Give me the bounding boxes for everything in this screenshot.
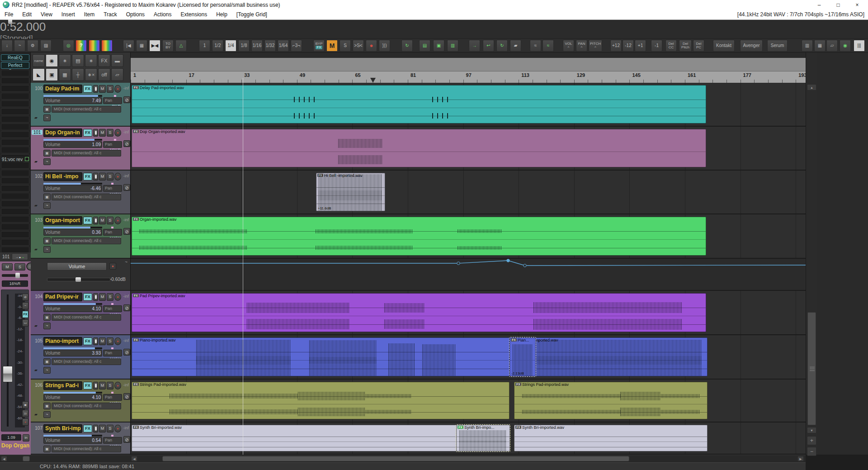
item-fx-badge[interactable]: FX (133, 294, 139, 297)
mixer-pan-handle[interactable] (15, 273, 20, 278)
track-phase-button[interactable]: ⊘ (123, 184, 130, 191)
grid-icon[interactable]: ▦ (136, 40, 147, 52)
tcp-toolbar-icon-1-1[interactable]: ▣ (46, 68, 58, 81)
track-panel-105[interactable]: 105Piano-importFXMS●-infVolume3.93Pancen… (31, 335, 130, 380)
item-fx-badge[interactable]: FX (133, 383, 139, 386)
track-phase-button[interactable]: ⊘ (123, 349, 130, 356)
media-item[interactable]: FXPad Pripev-imported.wav (132, 293, 706, 332)
track-volume-box[interactable]: Volume0.36 (43, 229, 102, 236)
horizontal-scrollbar[interactable]: ◀◀▶ (0, 455, 806, 462)
track-name-box[interactable]: Organ-import (43, 216, 82, 225)
mixer-bottom-button-2[interactable]: ● (22, 418, 28, 426)
track-record-arm-button[interactable]: ● (114, 337, 121, 345)
del-cc-button[interactable]: DelCC (665, 40, 677, 52)
sidebar-fx-slot-perfect-space[interactable]: Perfect Space (1, 62, 29, 69)
tcp-scroll-handle[interactable] (23, 456, 30, 461)
track-input-box[interactable]: MIDI (not connected): All c (52, 106, 121, 113)
mixer-width-knob[interactable] (26, 262, 31, 271)
track-input-monitor-button[interactable] (93, 382, 98, 389)
color-arrows-icon[interactable] (101, 40, 113, 52)
envelope-lane[interactable] (131, 259, 806, 291)
item-pencil-icon[interactable]: ▰ (510, 40, 521, 52)
sidebar-empty-slot[interactable] (1, 147, 29, 153)
track-render-icon[interactable]: ▥ (447, 40, 458, 52)
pitch-down-1-button[interactable]: -1 (651, 40, 662, 52)
media-item[interactable]: FXDop Organ-imported.wav (132, 129, 706, 167)
mixer-side-button-0[interactable]: ⊘ (22, 294, 28, 301)
track-phase-button[interactable]: ⊘ (123, 393, 130, 400)
track-input-box[interactable]: MIDI (not connected): All c (52, 446, 121, 452)
track-name-box[interactable]: Piano-import (43, 337, 82, 346)
item-loop-icon[interactable]: ↻ (496, 40, 508, 52)
item-fx-badge[interactable]: FX (133, 338, 139, 342)
track-panel-104[interactable]: 104Pad Pripev-irFXMS●-infVolume4.10Pance… (31, 291, 130, 335)
item-fx-badge[interactable]: FX (133, 86, 139, 89)
del-pc-button[interactable]: DelPC (693, 40, 704, 52)
track-record-arm-button[interactable]: ● (114, 382, 121, 389)
menu-view[interactable]: View (36, 10, 57, 19)
track-phase-button[interactable]: ⊘ (123, 140, 130, 147)
tcp-toolbar-icon-1-3[interactable]: ┼ (72, 68, 84, 81)
metronome-icon[interactable]: △ (175, 40, 187, 52)
ruler-measure-band[interactable]: 1173349658197113129145161177193 (131, 71, 806, 83)
mixer-solo-button[interactable]: S (14, 263, 25, 271)
track-phase-button[interactable]: ⊘ (123, 304, 130, 311)
track-pan-box[interactable]: Pancenter (103, 394, 122, 401)
sidebar-empty-slot[interactable] (1, 108, 29, 115)
wrench-icon[interactable]: ⚙ (27, 40, 38, 52)
track-fx-button[interactable]: FX (83, 129, 92, 137)
center-view-icon[interactable]: ▶◀ (149, 40, 160, 52)
kontakt-button[interactable]: Kontakt (713, 40, 735, 52)
sidebar-empty-slot[interactable] (1, 85, 29, 92)
scroll-down-button[interactable]: ▼ (807, 427, 816, 433)
item-fx-badge[interactable]: FX (515, 426, 521, 429)
solo-in-place-button[interactable]: >S< (353, 40, 364, 52)
sidebar-empty-slot[interactable] (1, 139, 29, 146)
track-phase-button[interactable]: ⊘ (123, 228, 130, 235)
track-mute-button[interactable]: M (99, 85, 106, 93)
track-copy-icon[interactable]: ▣ (433, 40, 444, 52)
sidebar-fx-slot-reaeq[interactable]: ReaEQ (1, 54, 29, 61)
track-solo-button[interactable]: S (107, 217, 113, 224)
track-fx-button[interactable]: FX (83, 293, 92, 301)
menu-help[interactable]: Help (212, 10, 232, 19)
del-pitch-button[interactable]: DelPitch (679, 40, 692, 52)
mixer-pan-slider[interactable] (2, 274, 28, 277)
track-volume-box[interactable]: Volume4.10 (43, 394, 102, 401)
grid-1-64-button[interactable]: 1/64 (278, 40, 289, 52)
serum-button[interactable]: Serum (767, 40, 788, 52)
track-mute-button[interactable]: M (99, 129, 106, 137)
arrange-scroll-left-button[interactable]: ◀ (131, 456, 137, 461)
minimize-button[interactable]: – (810, 0, 828, 10)
track-lane[interactable]: FXPad Pripev-imported.wav (131, 291, 806, 335)
track-record-arm-button[interactable]: ● (114, 129, 121, 137)
item-fx-badge[interactable]: FX (515, 383, 521, 386)
edge-left-icon[interactable]: |◀ (123, 40, 134, 52)
tcp-toolbar-icon-1-2[interactable]: ▦ (59, 68, 71, 81)
track-midi-icon[interactable]: ▣ (43, 150, 51, 157)
track-solo-button[interactable]: S (107, 293, 113, 301)
pitch-down-12-button[interactable]: -12 (623, 40, 634, 52)
sidebar-empty-slot[interactable] (1, 77, 29, 84)
track-pan-box[interactable]: Pan16%R (103, 141, 122, 148)
sidebar-empty-slot[interactable] (1, 93, 29, 100)
track-midi-icon[interactable]: ▣ (43, 358, 51, 365)
track-mute-button[interactable]: M (99, 337, 106, 345)
track-panel-100[interactable]: 100Delay Pad-imFXMS●-infVolume7.49Pan9%R… (31, 83, 130, 127)
track-lane[interactable]: FXHi Bell -imported.wav+11.6dB (131, 171, 806, 214)
track-record-arm-button[interactable]: ● (114, 173, 121, 180)
step-seq-icon[interactable]: ▦ (814, 40, 826, 52)
scroll-up-button[interactable]: ▲ (807, 84, 816, 90)
media-item[interactable]: FXHi Bell -imported.wav+11.6dB (316, 173, 385, 211)
track-input-box[interactable]: MIDI (not connected): All c (52, 314, 121, 321)
sidebar-empty-slot[interactable] (1, 70, 29, 76)
mixer-mute-button[interactable]: M (2, 263, 13, 271)
visibility-icon[interactable]: ◉ (840, 40, 851, 52)
mixer-input-button[interactable]: in (23, 434, 29, 442)
track-input-monitor-button[interactable] (93, 425, 98, 432)
track-solo-button[interactable]: S (107, 129, 113, 137)
grid-1-button[interactable]: 1 (199, 40, 210, 52)
pitch-envelope-button[interactable]: PITCH^ (589, 40, 602, 52)
tcp-toolbar-icon-0-4[interactable]: ∗ (85, 54, 97, 67)
track-input-monitor-button[interactable] (93, 293, 98, 301)
